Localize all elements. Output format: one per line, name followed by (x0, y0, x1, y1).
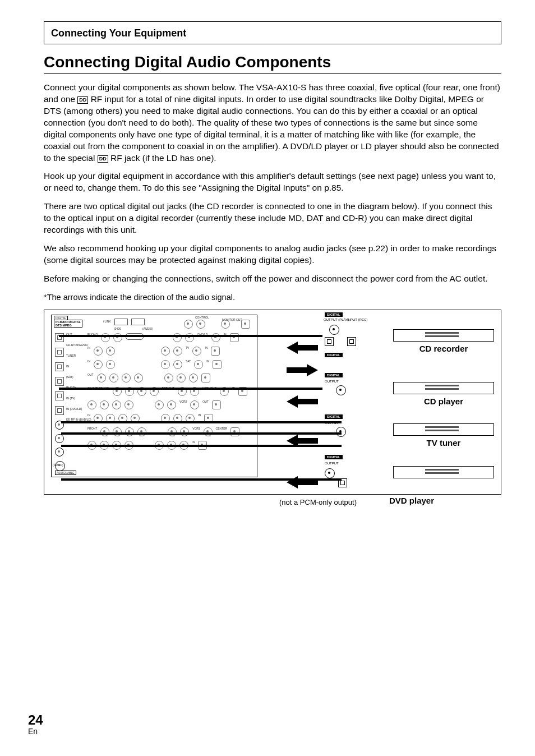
cd-recorder: CD recorder (393, 329, 494, 353)
arrow-left-icon (287, 395, 318, 408)
coax-jack-icon (55, 434, 64, 443)
cdr-digital-tag2: DIGITAL (325, 353, 343, 357)
device-icon (393, 423, 494, 436)
optical-icon (347, 337, 356, 346)
tvt-digital-tag: DIGITAL (325, 414, 343, 419)
page-title: Connecting Digital Audio Components (44, 53, 501, 71)
para-2: Hook up your digital equipment in accord… (44, 170, 501, 194)
dolby-glyph-icon: DD (98, 155, 108, 163)
coax-icon (329, 325, 339, 335)
rp-digital-label: DIGITAL (54, 316, 68, 320)
optical-icon (325, 337, 334, 346)
dvd-player-label: DVD player (389, 496, 434, 505)
cdr-digital-tag: DIGITAL (325, 312, 343, 317)
svg-marker-0 (287, 342, 318, 354)
arrow-left-icon (287, 476, 318, 488)
svg-marker-1 (287, 364, 318, 376)
dvd-out-label: OUTPUT (325, 462, 339, 465)
arrow-right-icon (287, 364, 318, 376)
arrow-left-icon (287, 435, 318, 447)
optical-jack-icon (55, 362, 64, 371)
cd-player-label: CD player (393, 397, 494, 406)
cable (59, 335, 322, 337)
coax-icon (336, 385, 346, 395)
title-rule (44, 73, 501, 74)
tvt-out-label: OUTPUT (325, 421, 339, 425)
cdp-digital-tag: DIGITAL (325, 373, 343, 377)
para-1c: RF jack (if the LD has one). (108, 153, 216, 163)
para-5: Before making or changing the connection… (44, 273, 501, 285)
optical-jack-icon (55, 391, 64, 400)
rp-assignable: ASSIGNABLE (55, 471, 76, 474)
rp-for-ld: (For LD) (53, 464, 63, 467)
tv-tuner-label: TV tuner (393, 438, 494, 448)
not-pcm-note: (not a PCM-only output) (279, 498, 357, 506)
cdr-in-label: INPUT (REC) (347, 318, 367, 321)
rp-audio: (AUDIO) (142, 328, 153, 330)
svg-marker-2 (287, 395, 318, 408)
rp-pcm-box: PCM/DD DIGITAL DTS MPEG (54, 320, 82, 328)
page: Connecting Your Equipment Connecting Dig… (0, 0, 535, 756)
dolby-glyph-icon: DD (77, 96, 88, 104)
cdr-out-label: OUTPUT (PLAY) (324, 318, 349, 321)
optical-icon (338, 478, 347, 487)
device-icon (393, 329, 494, 342)
page-lang: En (28, 727, 43, 736)
rp-s400: S400 (114, 328, 121, 330)
cable (59, 388, 322, 390)
optical-jack-icon (55, 406, 64, 415)
page-footer: 24 En (28, 713, 43, 736)
dvd-digital-tag: DIGITAL (325, 455, 343, 459)
rp-optical-col (55, 333, 64, 415)
device-icon (393, 382, 494, 394)
para-4: We also recommend hooking up your digita… (44, 243, 501, 266)
rp-control: CONTROL (195, 316, 209, 319)
coax-icon (336, 427, 346, 437)
section-header: Connecting Your Equipment (44, 21, 501, 44)
cd-recorder-label: CD recorder (393, 344, 494, 353)
tv-tuner: TV tuner (393, 423, 494, 448)
cd-player: CD player (393, 382, 494, 406)
dvd-player (393, 466, 494, 478)
section-title: Connecting Your Equipment (51, 27, 494, 39)
amp-rear-panel: DIGITAL PCM/DD DIGITAL DTS MPEG i.LINK S… (51, 315, 257, 477)
cable (61, 421, 342, 423)
coax-jack-icon (55, 448, 64, 457)
optical-jack-icon (55, 377, 64, 386)
coax-icon (325, 468, 335, 478)
svg-marker-4 (287, 476, 318, 488)
page-number: 24 (28, 713, 43, 727)
svg-marker-3 (287, 435, 318, 447)
para-3: There are two optical digital out jacks … (44, 201, 501, 236)
arrow-left-icon (287, 342, 318, 354)
rp-ilink: i.LINK (103, 319, 145, 325)
rp-top-left: DIGITAL PCM/DD DIGITAL DTS MPEG (54, 316, 82, 328)
optical-jack-icon (55, 348, 64, 357)
rp-ilink-label: i.LINK (103, 320, 111, 323)
connection-diagram: DIGITAL PCM/DD DIGITAL DTS MPEG i.LINK S… (44, 310, 501, 495)
cdp-out-label: OUTPUT (325, 380, 339, 383)
device-icon (393, 466, 494, 478)
para-1b: RF input for a total of nine digital inp… (44, 94, 499, 163)
para-1: Connect your digital components as shown… (44, 82, 501, 164)
arrows-note: *The arrows indicate the direction of th… (44, 293, 501, 302)
